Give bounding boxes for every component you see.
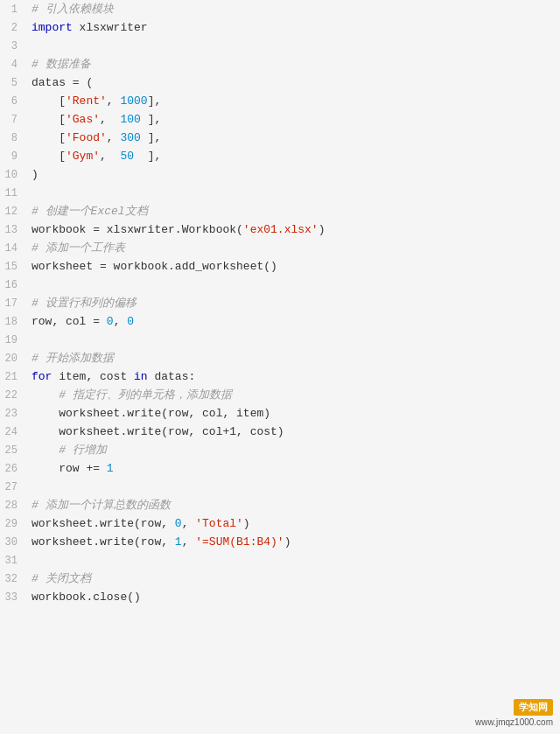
code-line: 13workbook = xlsxwriter.Workbook('ex01.x…	[0, 220, 560, 239]
code-line: 24 worksheet.write(row, col+1, cost)	[0, 423, 560, 441]
code-line: 18row, col = 0, 0	[0, 312, 560, 331]
code-line: 22 # 指定行、列的单元格，添加数据	[0, 386, 560, 404]
code-line: 33workbook.close()	[0, 588, 560, 606]
code-line: 31	[0, 551, 560, 570]
line-number: 14	[0, 239, 28, 257]
line-code	[28, 276, 560, 294]
code-editor: 1# 引入依赖模块2import xlsxwriter3 4# 数据准备5dat…	[0, 0, 560, 734]
code-line: 14# 添加一个工作表	[0, 239, 560, 257]
line-code: ['Gas', 100 ],	[28, 110, 560, 129]
code-line: 8 ['Food', 300 ],	[0, 129, 560, 147]
line-number: 28	[0, 496, 28, 514]
code-line: 4# 数据准备	[0, 55, 560, 73]
line-code: # 添加一个计算总数的函数	[28, 496, 560, 514]
watermark-url: www.jmqz1000.com	[475, 717, 553, 727]
line-code: worksheet.write(row, col, item)	[28, 404, 560, 423]
code-line: 20# 开始添加数据	[0, 349, 560, 367]
line-number: 9	[0, 147, 28, 165]
line-number: 23	[0, 404, 28, 423]
code-line: 1# 引入依赖模块	[0, 0, 560, 18]
line-number: 32	[0, 570, 28, 588]
line-code: # 添加一个工作表	[28, 239, 560, 257]
line-number: 8	[0, 129, 28, 147]
code-line: 23 worksheet.write(row, col, item)	[0, 404, 560, 423]
line-code	[28, 478, 560, 496]
line-number: 30	[0, 533, 28, 551]
line-code: # 创建一个Excel文档	[28, 202, 560, 220]
line-number: 22	[0, 386, 28, 404]
line-number: 33	[0, 588, 28, 606]
watermark-logo: 学知网	[514, 699, 553, 716]
code-line: 6 ['Rent', 1000],	[0, 92, 560, 110]
line-code: # 设置行和列的偏移	[28, 294, 560, 312]
line-code: import xlsxwriter	[28, 18, 560, 37]
line-code: worksheet = workbook.add_worksheet()	[28, 257, 560, 276]
code-line: 28# 添加一个计算总数的函数	[0, 496, 560, 514]
code-line: 15worksheet = workbook.add_worksheet()	[0, 257, 560, 276]
line-code: workbook.close()	[28, 588, 560, 606]
line-number: 27	[0, 478, 28, 496]
code-line: 9 ['Gym', 50 ],	[0, 147, 560, 165]
line-number: 21	[0, 367, 28, 386]
line-code: # 指定行、列的单元格，添加数据	[28, 386, 560, 404]
code-line: 26 row += 1	[0, 459, 560, 478]
line-code: # 引入依赖模块	[28, 0, 560, 18]
watermark: 学知网 www.jmqz1000.com	[475, 699, 553, 727]
line-number: 16	[0, 276, 28, 294]
line-number: 7	[0, 110, 28, 129]
line-number: 4	[0, 55, 28, 73]
code-line: 25 # 行增加	[0, 441, 560, 459]
code-line: 16	[0, 276, 560, 294]
line-code: worksheet.write(row, 1, '=SUM(B1:B4)')	[28, 533, 560, 551]
line-code: ['Rent', 1000],	[28, 92, 560, 110]
line-number: 1	[0, 0, 28, 18]
line-code: workbook = xlsxwriter.Workbook('ex01.xls…	[28, 220, 560, 239]
code-line: 3	[0, 37, 560, 55]
line-code	[28, 331, 560, 349]
line-code	[28, 37, 560, 55]
line-number: 12	[0, 202, 28, 220]
line-number: 2	[0, 18, 28, 37]
line-number: 5	[0, 73, 28, 92]
line-number: 3	[0, 37, 28, 55]
code-line: 32# 关闭文档	[0, 570, 560, 588]
line-code: worksheet.write(row, col+1, cost)	[28, 423, 560, 441]
line-code: row, col = 0, 0	[28, 312, 560, 331]
line-code: # 关闭文档	[28, 570, 560, 588]
line-code	[28, 184, 560, 202]
line-code: ['Food', 300 ],	[28, 129, 560, 147]
line-number: 31	[0, 551, 28, 570]
code-table: 1# 引入依赖模块2import xlsxwriter3 4# 数据准备5dat…	[0, 0, 560, 606]
code-line: 10)	[0, 165, 560, 184]
line-number: 15	[0, 257, 28, 276]
line-number: 29	[0, 514, 28, 533]
line-code: # 开始添加数据	[28, 349, 560, 367]
line-number: 13	[0, 220, 28, 239]
line-code: )	[28, 165, 560, 184]
line-code: row += 1	[28, 459, 560, 478]
line-number: 18	[0, 312, 28, 331]
code-line: 27	[0, 478, 560, 496]
line-number: 17	[0, 294, 28, 312]
line-code	[28, 551, 560, 570]
line-code: # 数据准备	[28, 55, 560, 73]
line-code: worksheet.write(row, 0, 'Total')	[28, 514, 560, 533]
code-line: 17# 设置行和列的偏移	[0, 294, 560, 312]
line-number: 11	[0, 184, 28, 202]
line-number: 20	[0, 349, 28, 367]
line-number: 19	[0, 331, 28, 349]
code-line: 2import xlsxwriter	[0, 18, 560, 37]
line-number: 10	[0, 165, 28, 184]
code-line: 11	[0, 184, 560, 202]
line-number: 26	[0, 459, 28, 478]
code-line: 5datas = (	[0, 73, 560, 92]
code-line: 19	[0, 331, 560, 349]
code-line: 29worksheet.write(row, 0, 'Total')	[0, 514, 560, 533]
code-line: 21for item, cost in datas:	[0, 367, 560, 386]
line-code: ['Gym', 50 ],	[28, 147, 560, 165]
line-code: datas = (	[28, 73, 560, 92]
line-code: for item, cost in datas:	[28, 367, 560, 386]
line-number: 25	[0, 441, 28, 459]
line-code: # 行增加	[28, 441, 560, 459]
line-number: 6	[0, 92, 28, 110]
